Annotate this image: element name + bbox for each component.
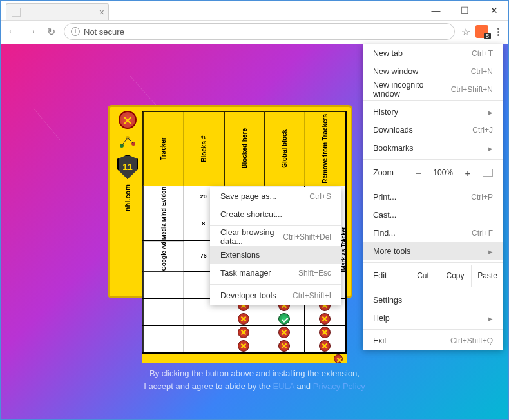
chrome-menu-button[interactable] — [494, 24, 503, 40]
menu-bookmarks[interactable]: Bookmarks▸ — [363, 139, 503, 157]
bookmark-star-icon[interactable]: ☆ — [461, 26, 470, 38]
toolbar: ← → ↻ i Not secure ☆ 5 — [1, 20, 508, 43]
browser-tab[interactable]: × — [6, 3, 109, 20]
menu-more-tools[interactable]: More tools▸ — [363, 242, 503, 260]
forward-button[interactable]: → — [25, 26, 38, 37]
col-blocks: Blocks # — [184, 112, 224, 186]
disclaimer-line1: By clicking the button above and install… — [149, 368, 360, 378]
block-icon[interactable] — [238, 327, 249, 338]
menu-edit-row: EditCutCopyPaste — [363, 265, 503, 287]
svg-line-9 — [122, 138, 128, 146]
zoom-out-button[interactable]: − — [411, 167, 425, 178]
info-icon[interactable]: i — [71, 27, 80, 36]
disclaimer: By clicking the button above and install… — [144, 367, 365, 392]
tracker-domain: nhl.com — [124, 184, 131, 211]
menu-exit[interactable]: ExitCtrl+Shift+Q — [363, 332, 503, 350]
tab-strip: × — [1, 1, 109, 20]
menu-cast[interactable]: Cast... — [363, 206, 503, 224]
svg-line-10 — [128, 138, 133, 144]
menu-incognito[interactable]: New incognito windowCtrl+Shift+N — [363, 81, 503, 99]
menu-new-tab[interactable]: New tabCtrl+T — [363, 44, 503, 62]
tab-favicon — [12, 8, 21, 17]
submenu-clear-data[interactable]: Clear browsing data...Ctrl+Shift+Del — [210, 228, 341, 246]
col-global-block: Global block — [264, 112, 305, 186]
privacy-link[interactable]: Privacy Policy — [313, 381, 365, 391]
menu-history[interactable]: History▸ — [363, 103, 503, 121]
zoom-in-button[interactable]: + — [461, 167, 475, 178]
block-icon[interactable] — [319, 313, 331, 325]
menu-find[interactable]: Find...Ctrl+F — [363, 224, 503, 242]
chevron-right-icon: ▸ — [488, 144, 493, 153]
disclaimer-and: and — [294, 381, 313, 391]
eula-link[interactable]: EULA — [273, 381, 294, 391]
menu-separator — [363, 262, 503, 263]
menu-print[interactable]: Print...Ctrl+P — [363, 188, 503, 206]
col-tracker: Tracker — [143, 112, 184, 186]
submenu-save-page[interactable]: Save page as...Ctrl+S — [210, 187, 341, 205]
maximize-button[interactable]: ☐ — [450, 1, 479, 20]
more-tools-submenu: Save page as...Ctrl+S Create shortcut...… — [210, 187, 341, 305]
titlebar: × — ☐ ✕ — [1, 1, 508, 20]
network-icon — [118, 134, 137, 149]
close-button[interactable]: ✕ — [479, 1, 508, 20]
menu-separator — [363, 186, 503, 186]
block-icon[interactable] — [319, 327, 331, 338]
chevron-right-icon: ▸ — [488, 247, 493, 256]
submenu-task-manager[interactable]: Task managerShift+Esc — [210, 264, 341, 282]
reload-button[interactable]: ↻ — [44, 26, 57, 38]
block-icon[interactable] — [334, 354, 343, 363]
allow-icon[interactable] — [278, 313, 290, 325]
tracker-name: Media Mind — [143, 207, 184, 240]
copy-button[interactable]: Copy — [439, 265, 471, 287]
submenu-extensions[interactable]: Extensions — [210, 246, 341, 264]
security-status: Not secure — [84, 27, 124, 37]
chevron-right-icon: ▸ — [488, 108, 493, 117]
tracker-row — [143, 339, 345, 353]
tab-close-icon[interactable]: × — [99, 7, 104, 17]
tracker-row — [143, 326, 345, 339]
col-remove: Remove from Trackers — [305, 112, 345, 186]
tracker-count: 11 — [122, 162, 133, 172]
tracker-name: Evidon — [143, 186, 184, 207]
menu-new-window[interactable]: New windowCtrl+N — [363, 62, 503, 81]
shield-icon: 11 — [117, 155, 138, 179]
extension-badge: 5 — [484, 33, 491, 39]
menu-separator — [363, 329, 503, 330]
minimize-button[interactable]: — — [421, 1, 450, 20]
tracker-row — [143, 312, 345, 326]
tracker-panel-side: 11 nhl.com — [113, 111, 142, 292]
submenu-dev-tools[interactable]: Developer toolsCtrl+Shift+I — [210, 287, 341, 305]
menu-downloads[interactable]: DownloadsCtrl+J — [363, 121, 503, 139]
zoom-value: 100% — [433, 168, 453, 177]
submenu-create-shortcut[interactable]: Create shortcut... — [210, 205, 341, 224]
tracker-header-row: Tracker Blocks # Blocked here Global blo… — [143, 112, 345, 186]
chrome-main-menu: New tabCtrl+T New windowCtrl+N New incog… — [363, 44, 503, 350]
disclaimer-line2: I accept and agree to abide by the — [144, 381, 273, 391]
block-icon[interactable] — [278, 340, 290, 352]
tracker-name: Google Ad — [143, 241, 184, 271]
back-button[interactable]: ← — [6, 26, 19, 37]
extension-icon[interactable]: 5 — [475, 25, 488, 38]
menu-separator — [363, 289, 503, 289]
toolbar-right: ☆ 5 — [461, 24, 503, 40]
address-bar[interactable]: i Not secure — [64, 23, 455, 40]
block-icon[interactable] — [238, 313, 249, 325]
menu-help[interactable]: Help▸ — [363, 309, 503, 327]
menu-separator — [363, 100, 503, 101]
menu-separator — [210, 225, 341, 226]
chevron-right-icon: ▸ — [488, 314, 493, 323]
panel-close-icon[interactable] — [119, 111, 137, 129]
col-blocked-here: Blocked here — [224, 112, 265, 186]
cut-button[interactable]: Cut — [407, 265, 439, 287]
block-icon[interactable] — [319, 340, 331, 352]
window-controls: — ☐ ✕ — [421, 1, 508, 20]
menu-separator — [210, 284, 341, 285]
menu-zoom: Zoom−100%+ — [363, 162, 503, 184]
block-icon[interactable] — [278, 327, 290, 338]
paste-button[interactable]: Paste — [471, 265, 503, 287]
menu-settings[interactable]: Settings — [363, 291, 503, 309]
menu-separator — [363, 159, 503, 160]
fullscreen-icon[interactable] — [483, 169, 493, 177]
tracker-footer: Mark as Tracker — [142, 354, 347, 363]
block-icon[interactable] — [238, 340, 249, 352]
